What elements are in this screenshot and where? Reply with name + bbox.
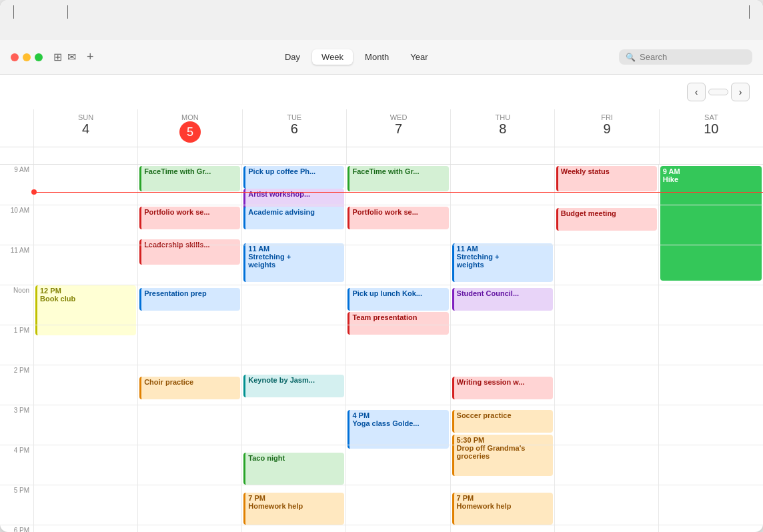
event-choir-practice[interactable]: Choir practice — [139, 377, 240, 399]
day-num-sat: 10 — [662, 121, 760, 137]
allday-thu — [450, 147, 554, 164]
time-header-spacer — [0, 109, 33, 147]
maximize-button[interactable] — [35, 53, 43, 61]
event-leadership[interactable]: Leadership skills... — [139, 239, 240, 265]
tooltip-calendar-list — [13, 5, 14, 40]
event-presentation-prep[interactable]: Presentation prep — [139, 288, 240, 311]
day-headers: Sun 4 Mon 5 Tue 6 Wed 7 Thu 8 — [0, 109, 763, 147]
allday-sat — [659, 147, 763, 164]
col-sat: 9 AM Hike — [659, 165, 763, 532]
event-dropoff-grandma[interactable]: 5:30 PM Drop off Grandma's groceries — [452, 435, 553, 476]
col-fri: Weekly status Budget meeting — [555, 165, 659, 532]
event-stretching-thu[interactable]: 11 AM Stretching + weights — [452, 243, 553, 282]
view-week-button[interactable]: Week — [312, 49, 353, 65]
day-header-sun: Sun 4 — [33, 109, 137, 147]
month-header: ‹ › — [0, 75, 763, 109]
event-team-presentation[interactable]: Team presentation — [347, 312, 448, 335]
day-header-fri: Fri 9 — [554, 109, 658, 147]
event-soccer-practice[interactable]: Soccer practice — [452, 410, 553, 433]
tooltip-view-change — [749, 5, 750, 40]
event-portfolio-wed[interactable]: Portfolio work se... — [347, 207, 448, 229]
day-num-tue: 6 — [245, 121, 343, 137]
day-name-tue: Tue — [245, 113, 343, 121]
col-mon: FaceTime with Gr... Portfolio work se...… — [138, 165, 242, 532]
time-scroll-area[interactable]: 9 AM 10 AM 11 AM Noon 1 PM 2 PM 3 PM 4 P… — [0, 165, 763, 532]
month-title — [13, 81, 19, 103]
allday-wed — [346, 147, 450, 164]
day-header-mon: Mon 5 — [137, 109, 241, 147]
nav-controls: ‹ › — [687, 83, 750, 101]
event-student-council[interactable]: Student Council... — [452, 288, 553, 311]
events-area: 12 PM Book club FaceTime with Gr... Port… — [33, 165, 763, 532]
event-stretching-tue[interactable]: 11 AM Stretching + weights — [243, 243, 344, 282]
view-year-button[interactable]: Year — [401, 49, 437, 65]
search-bar: 🔍 — [619, 49, 752, 65]
col-sun: 12 PM Book club — [34, 165, 138, 532]
time-label-6pm: 6 PM — [0, 525, 33, 532]
event-facetime-wed[interactable]: FaceTime with Gr... — [347, 166, 448, 191]
event-keynote[interactable]: Keynote by Jasm... — [243, 375, 344, 397]
time-label-noon: Noon — [0, 285, 33, 325]
traffic-lights — [11, 53, 43, 61]
tooltip-new-event — [67, 5, 68, 40]
next-week-button[interactable]: › — [731, 83, 750, 101]
event-homework-thu[interactable]: 7 PM Homework help — [452, 493, 553, 525]
event-weekly-status[interactable]: Weekly status — [556, 166, 657, 191]
time-label-11am: 11 AM — [0, 245, 33, 285]
minimize-button[interactable] — [23, 53, 31, 61]
event-homework-tue[interactable]: 7 PM Homework help — [243, 493, 344, 525]
view-day-button[interactable]: Day — [275, 49, 309, 65]
col-thu: 11 AM Stretching + weights Student Counc… — [451, 165, 555, 532]
event-writing-session[interactable]: Writing session w... — [452, 377, 553, 399]
allday-fri — [554, 147, 658, 164]
view-month-button[interactable]: Month — [355, 49, 398, 65]
event-portfolio-mon[interactable]: Portfolio work se... — [139, 207, 240, 229]
day-name-wed: Wed — [349, 113, 448, 121]
time-labels: 9 AM 10 AM 11 AM Noon 1 PM 2 PM 3 PM 4 P… — [0, 165, 33, 532]
event-book-club[interactable]: 12 PM Book club — [35, 285, 136, 335]
close-button[interactable] — [11, 53, 19, 61]
allday-row — [0, 147, 763, 165]
time-label-10am: 10 AM — [0, 205, 33, 245]
calendar-window: ⊞ ✉ + Day Week Month Year 🔍 ‹ › — [0, 0, 763, 532]
col-tue: Pick up coffee Ph... Artist workshop... … — [242, 165, 346, 532]
day-name-sun: Sun — [37, 113, 135, 121]
day-name-sat: Sat — [662, 113, 760, 121]
time-label-2pm: 2 PM — [0, 365, 33, 405]
day-num-mon: 5 — [179, 121, 201, 143]
event-pickup-lunch[interactable]: Pick up lunch Kok... — [347, 288, 448, 311]
sidebar-toggle-group: ⊞ ✉ — [53, 51, 76, 63]
time-label-9am: 9 AM — [0, 165, 33, 205]
event-taco-night[interactable]: Taco night — [243, 453, 344, 485]
titlebar: ⊞ ✉ + Day Week Month Year 🔍 — [0, 40, 763, 75]
event-pickup-coffee[interactable]: Pick up coffee Ph... — [243, 166, 344, 189]
day-header-sat: Sat 10 — [659, 109, 763, 147]
inbox-icon[interactable]: ✉ — [67, 51, 76, 63]
time-label-4pm: 4 PM — [0, 445, 33, 485]
day-name-mon: Mon — [141, 113, 239, 121]
tooltip-bar — [0, 0, 763, 40]
allday-sun — [33, 147, 137, 164]
event-yoga[interactable]: 4 PM Yoga class Golde... — [347, 410, 448, 449]
allday-mon — [137, 147, 241, 164]
event-facetime-mon[interactable]: FaceTime with Gr... — [139, 166, 240, 191]
time-label-3pm: 3 PM — [0, 405, 33, 445]
event-hike[interactable]: 9 AM Hike — [660, 166, 762, 281]
col-wed: FaceTime with Gr... Portfolio work se...… — [346, 165, 450, 532]
time-label-5pm: 5 PM — [0, 485, 33, 525]
day-name-thu: Thu — [454, 113, 552, 121]
calendar-list-icon[interactable]: ⊞ — [53, 51, 62, 63]
day-num-wed: 7 — [349, 121, 448, 137]
add-event-button[interactable]: + — [87, 50, 94, 64]
prev-week-button[interactable]: ‹ — [687, 83, 706, 101]
event-academic-advising[interactable]: Academic advising — [243, 207, 344, 229]
allday-tue — [242, 147, 346, 164]
day-num-fri: 9 — [558, 121, 656, 137]
event-budget-meeting[interactable]: Budget meeting — [556, 208, 657, 231]
search-input[interactable] — [640, 52, 740, 62]
view-switcher: Day Week Month Year — [102, 49, 611, 65]
search-icon: 🔍 — [626, 53, 636, 62]
day-name-fri: Fri — [558, 113, 656, 121]
today-button[interactable] — [708, 89, 728, 95]
calendar-grid: Sun 4 Mon 5 Tue 6 Wed 7 Thu 8 — [0, 109, 763, 532]
